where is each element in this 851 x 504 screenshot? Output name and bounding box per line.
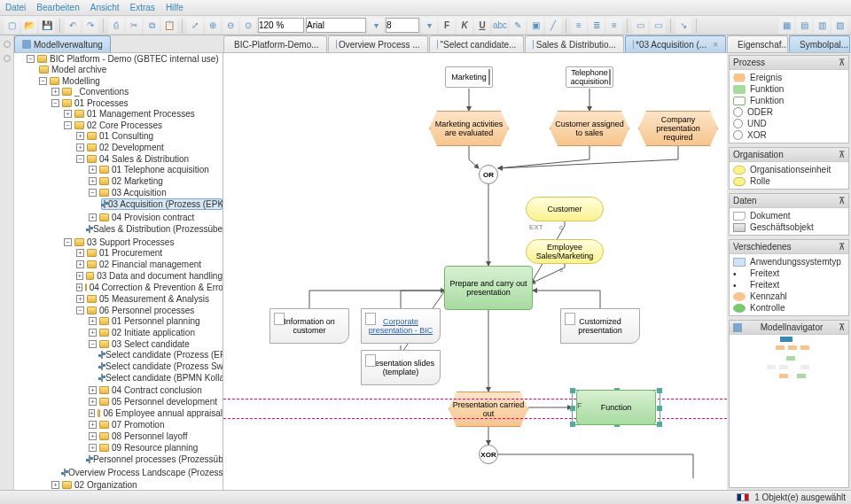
palette-organisation-header[interactable]: Organisation <box>733 150 784 159</box>
tree-modelling[interactable]: −Modelling +_Conventions −01 Processes +… <box>39 75 223 490</box>
pin-icon[interactable]: ⊼ <box>839 58 845 67</box>
pin-icon[interactable]: ⊼ <box>839 150 845 159</box>
palette-oder[interactable]: ODER <box>731 106 847 118</box>
tree-contract[interactable]: +04 Contract conclusion <box>89 384 223 396</box>
function-selected[interactable]: Function <box>576 390 656 425</box>
connector-button[interactable]: ↘ <box>675 18 691 34</box>
underline-button[interactable]: U <box>474 18 490 34</box>
doc-corp-presentation[interactable]: Corporate presentation - BIC <box>361 308 441 344</box>
save-button[interactable]: 💾 <box>39 18 55 34</box>
palette-orgeinheit[interactable]: Organisationseinheit <box>731 164 847 175</box>
tree-support[interactable]: −03 Support Processes +01 Procurement +0… <box>64 236 223 467</box>
tree-development[interactable]: +02 Development <box>76 142 223 153</box>
tree-mgmt[interactable]: +01 Management Processes <box>64 108 223 120</box>
tab-symbol-palette[interactable]: Symbolpal... <box>789 35 850 52</box>
tree-processes[interactable]: −01 Processes +01 Management Processes −… <box>51 97 223 479</box>
tree-resplan[interactable]: +09 Resource planning <box>89 442 223 454</box>
tree-provision[interactable]: +04 Provision contract <box>89 212 223 223</box>
undo-button[interactable]: ↶ <box>65 18 81 34</box>
align-center-button[interactable]: ≣ <box>589 18 605 34</box>
tree-acquisition[interactable]: −03 Acquisition 03 Acquisition (Prozess … <box>89 187 223 212</box>
tree-core[interactable]: −02 Core Processes +01 Consulting +02 De… <box>64 120 223 236</box>
tree-salesdist[interactable]: −04 Sales & Distribution +01 Telephone a… <box>76 153 223 236</box>
tab-properties[interactable]: Eigenschaf... <box>727 35 788 52</box>
tree-marketing[interactable]: +02 Marketing <box>89 175 223 187</box>
tree-datadoc[interactable]: +03 Data and document handling <box>76 270 223 282</box>
tree-selcand-epk[interactable]: Select candidate (Prozess (EPK)) <box>101 349 223 361</box>
tree-measure[interactable]: +05 Measurement & Analysis <box>76 293 223 305</box>
bold-button[interactable]: F <box>439 18 455 34</box>
new-button[interactable]: ▢ <box>4 18 20 34</box>
open-button[interactable]: 📂 <box>21 18 37 34</box>
palette-kontrolle[interactable]: Kontrolle <box>731 302 847 314</box>
function-prepare-presentation[interactable]: Prepare and carry out presentation <box>444 266 533 310</box>
tree-procurement[interactable]: +01 Procurement <box>76 247 223 259</box>
tab-modellverwaltung[interactable]: Modellverwaltung <box>14 35 111 52</box>
tree-selcand[interactable]: −03 Select candidate Select candidate (P… <box>89 338 223 384</box>
doc-info-customer[interactable]: Information on customer <box>269 308 349 344</box>
menu-file[interactable]: Datei <box>5 3 26 12</box>
zoom-100-button[interactable]: ⊙ <box>240 18 256 34</box>
tab-sales-distribution[interactable]: Sales & Distributio... <box>525 35 624 52</box>
tree-personnel[interactable]: −06 Personnel processes +01 Personnel pl… <box>76 305 223 466</box>
cut-button[interactable]: ✂ <box>126 18 142 34</box>
tree-annappr[interactable]: +06 Employee annual appraisal <box>89 407 223 419</box>
event-company-presentation[interactable]: Company presentation required <box>638 111 718 146</box>
tree-overview[interactable]: Overview Process Landscape (Prozessübers… <box>64 467 223 478</box>
tree-salesdist-dia[interactable]: Sales & Distribution (Prozessübersicht (… <box>89 223 223 235</box>
model-tree-panel[interactable]: −BIC Platform - Demo (GBTEC internal use… <box>14 53 223 490</box>
tree-root[interactable]: −BIC Platform - Demo (GBTEC internal use… <box>27 53 223 490</box>
font-select[interactable] <box>306 18 366 33</box>
fillcolor-button[interactable]: ▣ <box>527 18 543 34</box>
layout-button-3[interactable]: ▥ <box>814 18 830 34</box>
fontcolor-button[interactable]: abc <box>492 18 508 34</box>
zoom-select[interactable] <box>258 18 304 33</box>
tree-conventions[interactable]: +_Conventions <box>51 86 223 97</box>
pin-icon[interactable]: ⊼ <box>839 242 845 252</box>
palette-rolle[interactable]: Rolle <box>731 175 847 187</box>
zoom-in-button[interactable]: ⊕ <box>205 18 221 34</box>
event-presentation-carried[interactable]: Presentation carried out <box>449 392 528 427</box>
paste-button[interactable]: 📋 <box>161 18 177 34</box>
palette-kennzahl[interactable]: Kennzahl <box>731 291 847 302</box>
tab-overview-process[interactable]: Overview Process ... <box>328 35 428 52</box>
palette-dokument[interactable]: Dokument <box>731 210 847 221</box>
palette-freitext2[interactable]: •Freitext <box>731 279 847 291</box>
activity-dot-2[interactable] <box>4 55 11 62</box>
layout-button-2[interactable]: ▤ <box>796 18 812 34</box>
bring-front-button[interactable]: ▭ <box>632 18 648 34</box>
fontsize-select[interactable] <box>386 18 419 33</box>
menu-help[interactable]: Hilfe <box>166 3 183 12</box>
doc-customized-presentation[interactable]: Customized presentation <box>560 308 640 344</box>
font-dropdown-button[interactable]: ▾ <box>368 18 384 34</box>
terminal-tel-acq[interactable]: Telephone acquisition <box>566 66 613 88</box>
tree-persdev[interactable]: +05 Personnel development <box>89 396 223 407</box>
palette-anwend[interactable]: Anwendungssystemtyp <box>731 256 847 268</box>
tree-consulting[interactable]: +01 Consulting <box>76 130 223 142</box>
tab-03-acquisition[interactable]: *03 Acquisition (...× <box>625 35 726 52</box>
tree-selcand-swim[interactable]: Select candidate (Prozess Swimlane horiz… <box>101 361 223 372</box>
doc-slides-template[interactable]: Presentation slides (template) <box>361 350 441 385</box>
palette-daten-header[interactable]: Daten <box>733 196 757 205</box>
connector-xor[interactable]: XOR <box>479 445 498 464</box>
pin-icon[interactable]: ⊼ <box>839 322 845 332</box>
tree-selcand-bpmn[interactable]: Select candidate (BPMN Kollaborationsdia… <box>101 372 223 384</box>
diagram-canvas[interactable]: Marketing Telephone acquisition Marketin… <box>223 53 727 490</box>
activity-dot-1[interactable] <box>4 41 11 48</box>
layout-button-4[interactable]: ▧ <box>831 18 847 34</box>
zoom-fit-button[interactable]: ⤢ <box>187 18 203 34</box>
palette-ereignis[interactable]: Ereignis <box>731 72 847 83</box>
org-employee[interactable]: Employee Sales/Marketing <box>526 239 604 264</box>
tree-promo[interactable]: +07 Promotion <box>89 419 223 430</box>
menu-extras[interactable]: Extras <box>130 3 155 12</box>
event-marketing-evaluated[interactable]: Marketing activities are evaluated <box>429 111 509 146</box>
palette-versch-header[interactable]: Verschiedenes <box>733 242 792 252</box>
close-tab-icon[interactable]: × <box>713 40 718 50</box>
italic-button[interactable]: K <box>457 18 472 34</box>
align-left-button[interactable]: ≡ <box>571 18 587 34</box>
org-customer[interactable]: Customer <box>526 197 604 221</box>
tree-acq-dia[interactable]: 03 Acquisition (Prozess (EPK)) <box>101 198 223 211</box>
palette-funktion[interactable]: Funktion <box>731 83 847 95</box>
palette-und[interactable]: UND <box>731 118 847 129</box>
connector-or[interactable]: OR <box>479 165 498 184</box>
